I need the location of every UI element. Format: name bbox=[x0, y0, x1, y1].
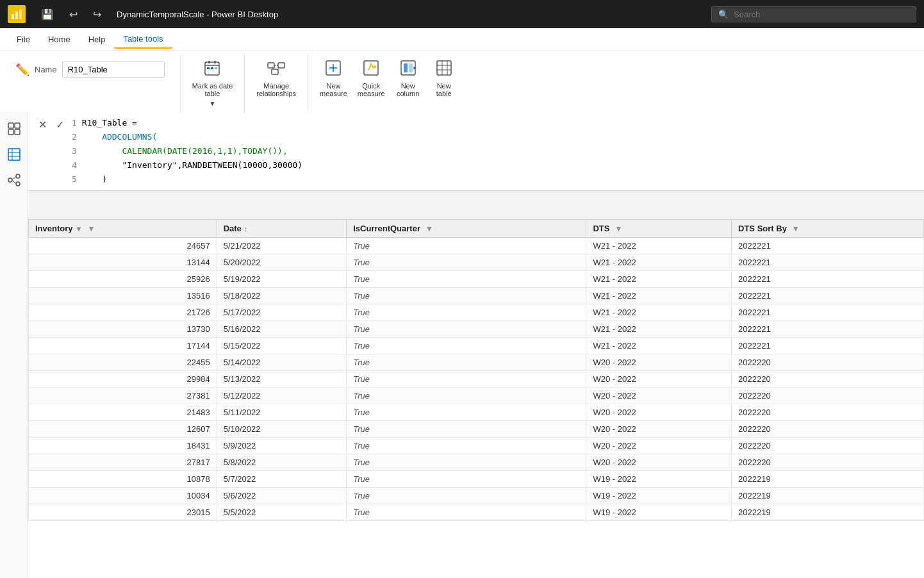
search-input[interactable] bbox=[734, 10, 909, 19]
cell-inventory: 21483 bbox=[29, 404, 217, 421]
col-inventory[interactable]: Inventory ▼ ▼ bbox=[29, 220, 217, 238]
quick-measure-button[interactable]: Quick measure bbox=[354, 56, 389, 100]
cell-dts: W21 - 2022 bbox=[586, 254, 732, 271]
cell-dts: W20 - 2022 bbox=[586, 421, 732, 438]
cell-inventory: 27381 bbox=[29, 388, 217, 404]
report-view-icon[interactable] bbox=[3, 117, 26, 140]
menu-table-tools[interactable]: Table tools bbox=[114, 30, 172, 49]
cell-date: 5/9/2022 bbox=[217, 438, 347, 454]
cell-dts: W21 - 2022 bbox=[586, 321, 732, 338]
cell-iscurrentquarter: True bbox=[347, 404, 586, 421]
col-date[interactable]: Date ↕ bbox=[217, 220, 347, 238]
svg-rect-10 bbox=[268, 63, 274, 68]
cell-dtssortby: 2022221 bbox=[732, 238, 924, 254]
cell-dts: W19 - 2022 bbox=[586, 504, 732, 521]
table-row: 29984 5/13/2022 True W20 - 2022 2022220 bbox=[29, 371, 924, 388]
cell-inventory: 29984 bbox=[29, 371, 217, 388]
table-area[interactable]: Inventory ▼ ▼ Date ↕ IsCurrentQuarter ▼ bbox=[28, 219, 924, 578]
formula-cancel-button[interactable]: ✕ bbox=[36, 117, 49, 132]
cell-iscurrentquarter: True bbox=[347, 371, 586, 388]
table-row: 17144 5/15/2022 True W21 - 2022 2022221 bbox=[29, 338, 924, 354]
table-row: 22455 5/14/2022 True W20 - 2022 2022220 bbox=[29, 354, 924, 371]
svg-rect-1 bbox=[15, 12, 18, 19]
new-measure-icon bbox=[324, 59, 342, 79]
iscurrentquarter-filter-button[interactable]: ▼ bbox=[425, 224, 433, 233]
cell-inventory: 17144 bbox=[29, 338, 217, 354]
table-name-input[interactable] bbox=[62, 62, 165, 78]
formula-confirm-button[interactable]: ✓ bbox=[53, 117, 67, 132]
table-row: 21483 5/11/2022 True W20 - 2022 2022220 bbox=[29, 404, 924, 421]
table-row: 24657 5/21/2022 True W21 - 2022 2022221 bbox=[29, 238, 924, 254]
cell-inventory: 27817 bbox=[29, 454, 217, 471]
cell-dtssortby: 2022219 bbox=[732, 504, 924, 521]
new-table-button[interactable]: New table bbox=[427, 56, 461, 100]
titlebar-controls[interactable]: 💾 ↩ ↪ bbox=[36, 6, 106, 23]
cell-date: 5/8/2022 bbox=[217, 454, 347, 471]
name-label: Name bbox=[35, 65, 57, 74]
table-body: 24657 5/21/2022 True W21 - 2022 2022221 … bbox=[29, 238, 924, 521]
date-sort-icon[interactable]: ↕ bbox=[244, 225, 248, 233]
cell-iscurrentquarter: True bbox=[347, 471, 586, 488]
ribbon-structure-content: ✏️ Name bbox=[5, 54, 175, 110]
svg-rect-6 bbox=[214, 61, 216, 63]
svg-rect-21 bbox=[409, 63, 413, 72]
mark-as-date-table-button[interactable]: Mark as date table ▼ bbox=[188, 56, 237, 110]
manage-relationships-button[interactable]: Manage relationships bbox=[252, 56, 300, 100]
model-view-icon[interactable] bbox=[3, 169, 26, 192]
cell-dtssortby: 2022221 bbox=[732, 304, 924, 321]
cell-inventory: 23015 bbox=[29, 504, 217, 521]
svg-point-18 bbox=[374, 65, 376, 68]
data-view-icon[interactable] bbox=[3, 143, 26, 166]
cell-dtssortby: 2022220 bbox=[732, 421, 924, 438]
cell-dts: W21 - 2022 bbox=[586, 338, 732, 354]
search-box[interactable]: 🔍 bbox=[711, 6, 916, 22]
table-header: Inventory ▼ ▼ Date ↕ IsCurrentQuarter ▼ bbox=[29, 220, 924, 238]
cell-date: 5/20/2022 bbox=[217, 254, 347, 271]
menu-help[interactable]: Help bbox=[79, 31, 115, 48]
new-measure-button[interactable]: New measure bbox=[316, 56, 351, 100]
table-row: 18431 5/9/2022 True W20 - 2022 2022220 bbox=[29, 438, 924, 454]
cell-iscurrentquarter: True bbox=[347, 321, 586, 338]
dts-filter-button[interactable]: ▼ bbox=[615, 224, 622, 233]
inventory-filter-button[interactable]: ▼ bbox=[87, 224, 95, 233]
svg-rect-7 bbox=[207, 67, 210, 69]
table-row: 12607 5/10/2022 True W20 - 2022 2022220 bbox=[29, 421, 924, 438]
ribbon-relationships-content: Manage relationships bbox=[250, 54, 302, 110]
svg-rect-29 bbox=[8, 123, 13, 128]
formula-bar: ✕ ✓ 1R10_Table = 2 ADDCOLUMNS( 3 CALENDA… bbox=[28, 112, 924, 191]
cell-iscurrentquarter: True bbox=[347, 388, 586, 404]
cell-date: 5/16/2022 bbox=[217, 321, 347, 338]
new-measure-label: New measure bbox=[320, 82, 347, 97]
svg-rect-13 bbox=[272, 69, 278, 74]
menubar: File Home Help Table tools bbox=[0, 28, 924, 51]
redo-button[interactable]: ↪ bbox=[88, 6, 106, 23]
col-dtssortby[interactable]: DTS Sort By ▼ bbox=[732, 220, 924, 238]
menu-file[interactable]: File bbox=[8, 31, 39, 48]
cell-iscurrentquarter: True bbox=[347, 504, 586, 521]
cell-inventory: 13144 bbox=[29, 254, 217, 271]
svg-rect-0 bbox=[12, 14, 14, 19]
app-title: DynamicTemporalScale - Power BI Desktop bbox=[117, 10, 278, 19]
cell-iscurrentquarter: True bbox=[347, 438, 586, 454]
cell-dts: W20 - 2022 bbox=[586, 371, 732, 388]
mark-as-date-table-label: Mark as date table bbox=[192, 82, 233, 97]
new-column-button[interactable]: New column bbox=[392, 56, 425, 100]
save-button[interactable]: 💾 bbox=[36, 6, 59, 23]
cell-dtssortby: 2022220 bbox=[732, 354, 924, 371]
col-iscurrentquarter[interactable]: IsCurrentQuarter ▼ bbox=[347, 220, 586, 238]
table-row: 10034 5/6/2022 True W19 - 2022 2022219 bbox=[29, 488, 924, 504]
undo-button[interactable]: ↩ bbox=[64, 6, 83, 23]
svg-rect-20 bbox=[404, 63, 408, 72]
cell-date: 5/17/2022 bbox=[217, 304, 347, 321]
relationships-icon bbox=[267, 59, 286, 79]
menu-home[interactable]: Home bbox=[39, 31, 79, 48]
formula-editor[interactable]: 1R10_Table = 2 ADDCOLUMNS( 3 CALENDAR(DA… bbox=[72, 116, 916, 186]
cell-dtssortby: 2022220 bbox=[732, 454, 924, 471]
dtssortby-filter-button[interactable]: ▼ bbox=[792, 224, 800, 233]
inventory-sort-icon[interactable]: ▼ bbox=[76, 225, 83, 233]
col-dts[interactable]: DTS ▼ bbox=[586, 220, 732, 238]
cell-dtssortby: 2022219 bbox=[732, 471, 924, 488]
cell-iscurrentquarter: True bbox=[347, 304, 586, 321]
cell-dtssortby: 2022221 bbox=[732, 338, 924, 354]
svg-rect-9 bbox=[215, 67, 217, 69]
